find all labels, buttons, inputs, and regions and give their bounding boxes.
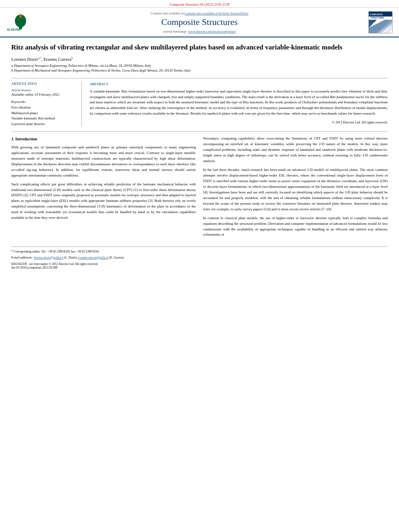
body-left-column: 1. Introduction With growing use of lami… [11, 136, 196, 241]
keyword-3: Variable-kinematic Ritz method [11, 116, 76, 121]
email1[interactable]: lorenzo.dozio@polimi.it [34, 256, 64, 259]
journal-center-header: Contents lists available at Contents lis… [35, 11, 364, 33]
article-footer: * Corresponding author. Tel.: +39 02 239… [11, 246, 388, 269]
elsevier-logo: ELSEVIER [6, 13, 35, 32]
journal-homepage-url[interactable]: www.elsevier.com/locate/compstruct [188, 30, 236, 33]
banner-text: Composite Structures 94 (2012) 2118–2128 [170, 2, 230, 6]
intro-paragraph-1: With growing use of laminated composite … [11, 145, 196, 179]
composite-structures-logo: COMPOSITE STRUCTURES [364, 11, 393, 33]
keyword-2: Multilayered plates [11, 111, 76, 116]
email2[interactable]: erasmo.carrera@polito.it [78, 256, 109, 259]
journal-title: Composite Structures [35, 17, 364, 27]
journal-homepage: journal homepage: www.elsevier.com/locat… [35, 29, 364, 33]
author2-sup: b [71, 56, 73, 60]
keyword-1: Free vibration [11, 105, 76, 111]
affiliation-a: a Department of Aerospace Engineering, P… [11, 63, 388, 68]
right-paragraph-2: In the last three decades, much research… [203, 167, 388, 212]
sciverse-line: Contents lists available at Contents lis… [35, 11, 364, 15]
svg-point-3 [19, 14, 22, 18]
email-label: E-mail addresses: [11, 256, 33, 259]
keyword-4: Layerwise plate theories [11, 121, 76, 127]
affiliation-b: b Department of Mechanical and Aerospace… [11, 68, 388, 73]
right-paragraph-3: In contrast to classical plate models, t… [203, 216, 388, 238]
email2-name: (E. Carrera). [109, 256, 124, 259]
intro-section-name: Introduction [15, 137, 37, 141]
article-info-column: ARTICLE INFO Article history: Available … [11, 82, 82, 127]
journal-banner: Composite Structures 94 (2012) 2118–2128 [0, 0, 399, 8]
author1-sup: a,* [38, 56, 41, 60]
keywords-label: Keywords: [11, 100, 76, 104]
article-info-abstract-section: ARTICLE INFO Article history: Available … [11, 82, 388, 127]
body-two-columns: 1. Introduction With growing use of lami… [11, 136, 388, 241]
abstract-text: A variable-kinematic Ritz formulation ba… [90, 89, 388, 117]
divider-top [11, 78, 388, 78]
copyright-text: © 2012 Elsevier Ltd. All rights reserved… [90, 120, 388, 125]
corresponding-author-note: * Corresponding author. Tel.: +39 02 239… [11, 249, 388, 254]
author2-name: Erasmo Carrera [43, 57, 71, 62]
abstract-heading: ABSTRACT [90, 82, 388, 87]
issn-text: 0263-8223/$ - see front matter © 2012 El… [11, 262, 388, 266]
svg-text:ELSEVIER: ELSEVIER [7, 28, 21, 31]
affiliations: a Department of Aerospace Engineering, P… [11, 63, 388, 74]
history-label: Article history: [11, 88, 76, 92]
intro-section-number: 1. [11, 137, 14, 141]
right-paragraph-1: Nowadays, computing capabilities allow o… [203, 136, 388, 164]
svg-text:COMPOSITE: COMPOSITE [370, 13, 383, 16]
intro-paragraph-2: Such complicating effects put great diff… [11, 182, 196, 221]
doi-text: doi:10.1016/j.compstruct.2012.02.008 [11, 266, 388, 269]
email-line: E-mail addresses: lorenzo.dozio@polimi.i… [11, 255, 388, 260]
sciverse-link[interactable]: Contents lists available at SciVerse Sci… [185, 12, 249, 15]
abstract-column: ABSTRACT A variable-kinematic Ritz formu… [90, 82, 388, 127]
authors-line: Lorenzo Dozioa,*, Erasmo Carrerab [11, 56, 388, 62]
journal-header: ELSEVIER Contents lists available at Con… [0, 8, 399, 37]
body-right-column: Nowadays, computing capabilities allow o… [203, 136, 388, 241]
article-title: Ritz analysis of vibrating rectangular a… [11, 43, 388, 52]
email1-name: (L. Dozio), [64, 256, 78, 259]
issn-line: 0263-8223/$ - see front matter © 2012 El… [11, 262, 388, 269]
svg-text:STRUCTURES: STRUCTURES [370, 16, 385, 19]
author1-name: Lorenzo Dozio [11, 57, 38, 62]
available-online-value: Available online 14 February 2012 [11, 92, 76, 97]
intro-section-title: 1. Introduction [11, 136, 196, 142]
article-content: Ritz analysis of vibrating rectangular a… [0, 37, 399, 275]
divider-middle [11, 131, 388, 132]
article-info-heading: ARTICLE INFO [11, 82, 76, 86]
corresponding-author-text: * Corresponding author. Tel.: +39 02 239… [11, 250, 99, 253]
